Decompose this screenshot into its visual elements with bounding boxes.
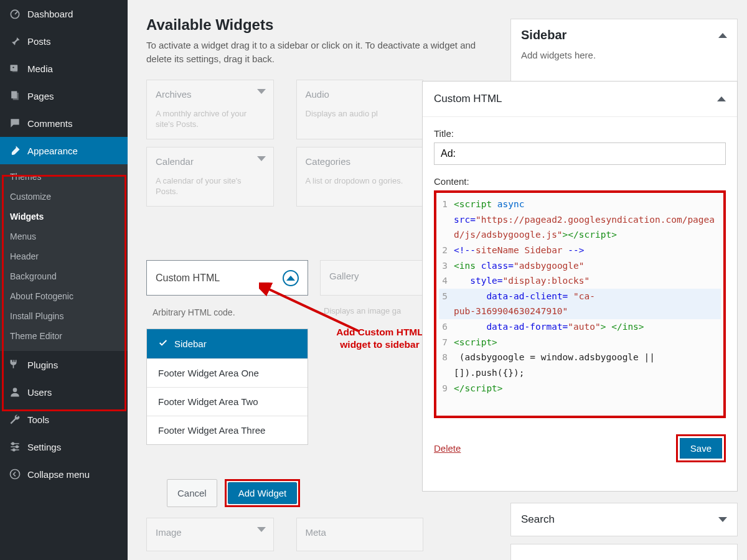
media-icon [9,62,21,75]
sidebar-item-label: Media [27,63,53,74]
widget-area-title: Search [521,513,555,526]
sidebar-item-label: Plugins [27,360,58,370]
submenu-item-header[interactable]: Header [0,246,128,266]
submenu-item-menus[interactable]: Menus [0,226,128,246]
submenu-item-widgets[interactable]: Widgets [0,207,128,226]
widget-target-list: Sidebar Footer Widget Area One Footer Wi… [146,329,308,445]
title-field-label: Title: [434,128,726,139]
pages-icon [9,90,21,102]
target-item-footer-3[interactable]: Footer Widget Area Three [147,416,308,444]
action-buttons: Cancel Add Widget [167,479,300,507]
svg-point-6 [12,442,14,444]
submenu-item-customize[interactable]: Customize [0,187,128,207]
sidebar-item-label: Tools [27,414,49,425]
submenu-item-background[interactable]: Background [0,266,128,286]
cancel-button[interactable]: Cancel [167,479,217,507]
brush-icon [9,144,21,157]
user-icon [9,386,21,398]
widget-area-search-panel[interactable]: Search [510,503,738,536]
save-button[interactable]: Save [680,438,722,459]
sidebar-item-label: Settings [27,442,61,452]
custom-html-widget-panel: Custom HTML Title: Content: 1<script asy… [422,81,738,492]
submenu-item-about-fotogenic[interactable]: About Fotogenic [0,286,128,306]
chevron-up-icon[interactable] [718,33,727,38]
widget-card-meta[interactable]: Meta [296,518,424,551]
annotation-callout: Add Custom HTML widget to sidebar [330,326,430,351]
svg-rect-4 [13,93,19,100]
widget-area-next-panel[interactable] [510,544,738,560]
svg-point-9 [11,470,20,479]
target-item-footer-2[interactable]: Footer Widget Area Two [147,388,308,416]
available-widgets-desc: To activate a widget drag it to a sideba… [146,39,495,66]
target-item-label: Sidebar [174,338,207,349]
widget-grid: Archives A monthly archive of your site'… [146,80,423,207]
sliders-icon [9,441,21,453]
chevron-down-icon[interactable] [718,517,727,522]
pin-icon [9,35,21,47]
add-widget-button[interactable]: Add Widget [228,482,298,504]
svg-point-5 [13,388,17,392]
submenu-item-themes[interactable]: Themes [0,167,128,187]
annotation-save-button: Save [676,434,726,462]
svg-point-2 [12,67,14,68]
sidebar-item-label: Pages [27,91,54,101]
sidebar-item-label: Collapse menu [27,469,90,480]
wrench-icon [9,413,21,426]
content-code-editor[interactable]: 1<script asyncsrc="https://pagead2.googl… [434,190,726,418]
speedometer-icon [9,7,21,20]
annotation-add-widget: Add Widget [225,479,301,507]
chevron-down-icon [257,89,266,94]
delete-link[interactable]: Delete [434,443,461,454]
sidebar-item-settings[interactable]: Settings [0,433,128,460]
faded-widget-row: Image Meta [146,518,423,551]
widget-area-sidebar-panel[interactable]: Sidebar Add widgets here. [510,19,738,84]
collapse-icon [9,468,21,480]
widget-card-label: Custom HTML [156,273,220,284]
widget-card-calendar[interactable]: Calendar A calendar of your site's Posts… [146,147,274,207]
sidebar-item-label: Users [27,387,52,398]
chevron-up-circle-icon[interactable] [283,270,299,286]
widget-card-audio[interactable]: Audio Displays an audio pl [296,80,424,139]
sidebar-item-label: Comments [27,118,73,129]
sidebar-item-collapse[interactable]: Collapse menu [0,460,128,488]
custom-html-panel-header[interactable]: Custom HTML [423,82,737,117]
sidebar-item-appearance[interactable]: Appearance [0,137,128,164]
custom-html-panel-title: Custom HTML [434,93,502,105]
sidebar-item-pages[interactable]: Pages [0,82,128,110]
appearance-submenu: Themes Customize Widgets Menus Header Ba… [0,164,128,351]
sidebar-item-users[interactable]: Users [0,378,128,406]
submenu-item-theme-editor[interactable]: Theme Editor [0,326,128,346]
widget-area-helper: Add widgets here. [521,50,727,60]
widget-card-categories[interactable]: Categories A list or dropdown o gories. [296,147,424,207]
sidebar-item-label: Posts [27,36,51,47]
widget-title-input[interactable] [434,142,726,165]
sidebar-item-label: Dashboard [27,9,73,19]
svg-point-8 [13,449,15,450]
widget-card-custom-html-desc: Arbitrary HTML code. [153,307,235,317]
widget-card-archives[interactable]: Archives A monthly archive of your site'… [146,80,274,139]
widget-card-custom-html[interactable]: Custom HTML [146,260,308,296]
widget-card-gallery[interactable]: Gallery [320,260,423,296]
target-item-footer-1[interactable]: Footer Widget Area One [147,359,308,388]
target-item-sidebar[interactable]: Sidebar [147,329,308,359]
plug-icon [9,358,21,371]
sidebar-item-plugins[interactable]: Plugins [0,351,128,378]
submenu-item-install-plugins[interactable]: Install Plugins [0,306,128,326]
sidebar-item-comments[interactable]: Comments [0,110,128,137]
admin-sidebar: Dashboard Posts Media Pages Comments App… [0,0,128,560]
chevron-down-icon [257,156,266,161]
widget-area-title: Sidebar [521,28,566,42]
comment-icon [9,117,21,129]
sidebar-item-dashboard[interactable]: Dashboard [0,0,128,27]
svg-point-7 [16,446,18,447]
content-field-label: Content: [434,176,726,187]
sidebar-item-posts[interactable]: Posts [0,27,128,55]
widget-card-image[interactable]: Image [146,518,274,551]
sidebar-item-tools[interactable]: Tools [0,406,128,433]
sidebar-item-label: Appearance [27,146,78,156]
widget-card-gallery-desc: Displays an image ga [324,306,401,315]
chevron-down-icon [257,527,266,532]
check-icon [158,338,168,350]
chevron-up-icon[interactable] [717,96,726,101]
sidebar-item-media[interactable]: Media [0,55,128,82]
